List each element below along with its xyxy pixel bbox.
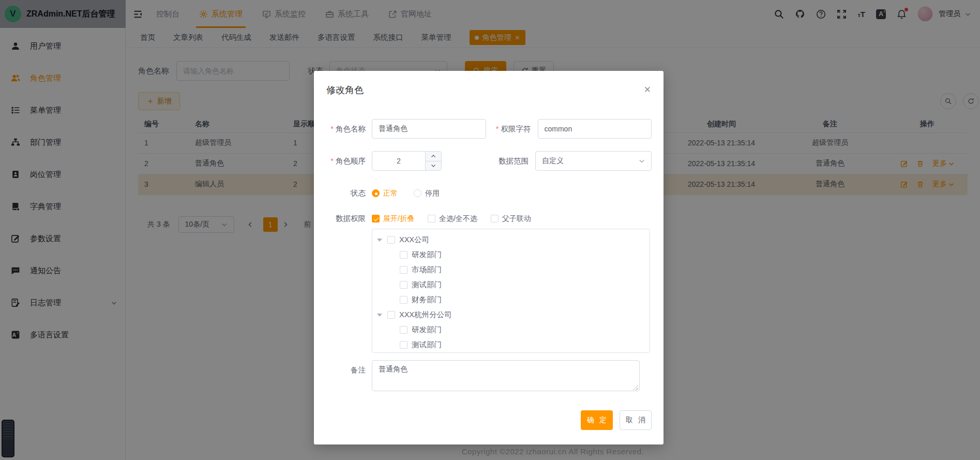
role-key-label: 权限字符 <box>486 124 531 134</box>
role-order-label: 角色顺序 <box>314 156 366 166</box>
tree-node-child[interactable]: 财务部门 <box>372 292 650 307</box>
select-all-checkbox[interactable]: 全选/全不选 <box>428 214 477 224</box>
increase-order-icon[interactable] <box>426 152 441 161</box>
status-disabled-label: 停用 <box>425 189 440 198</box>
tree-node-label: 测试部门 <box>412 340 442 350</box>
role-name-label: 角色名称 <box>314 124 366 134</box>
data-scope-select[interactable]: 自定义 <box>535 151 652 171</box>
role-name-input[interactable] <box>372 119 486 139</box>
dialog-title: 修改角色 <box>326 84 364 96</box>
form-row-name-key: 角色名称 权限字符 <box>314 119 664 139</box>
department-tree: XXX公司 研发部门 市场部门 测试部门 财务部门 <box>372 229 650 353</box>
tree-node-checkbox[interactable] <box>400 341 408 349</box>
tree-node-checkbox[interactable] <box>400 266 408 274</box>
data-permission-label: 数据权限 <box>314 214 366 224</box>
checkbox-unchecked-icon <box>428 215 435 222</box>
tree-node-child[interactable]: 市场部门 <box>372 262 650 277</box>
form-row-remark: 备注 普通角色 <box>314 360 664 393</box>
tree-node-label: 测试部门 <box>412 280 442 290</box>
form-row-status: 状态 正常 停用 <box>314 188 664 198</box>
tree-node-checkbox[interactable] <box>400 281 408 289</box>
remark-label: 备注 <box>314 365 366 375</box>
tree-node-checkbox[interactable] <box>400 326 408 334</box>
parent-child-link-checkbox[interactable]: 父子联动 <box>491 214 531 224</box>
tree-node-label: 财务部门 <box>412 295 442 305</box>
tree-node-label: 市场部门 <box>412 265 442 275</box>
tree-node-child[interactable]: 测试部门 <box>372 277 650 292</box>
radio-unselected-icon <box>414 189 421 197</box>
tree-node-label: XXX杭州分公司 <box>399 310 452 320</box>
checkbox-unchecked-icon <box>491 215 499 222</box>
dialog-footer: 确 定 取 消 <box>581 410 652 430</box>
tree-node-label: 研发部门 <box>412 250 442 260</box>
form-row-order-scope: 角色顺序 2 数据范围 自定义 <box>314 151 664 171</box>
chevron-down-icon <box>639 158 645 164</box>
decrease-order-icon[interactable] <box>426 161 441 171</box>
select-all-label: 全选/全不选 <box>439 214 477 224</box>
expand-collapse-label: 展开/折叠 <box>383 214 414 224</box>
tree-node-checkbox[interactable] <box>387 236 395 244</box>
expand-collapse-checkbox[interactable]: 展开/折叠 <box>372 214 414 224</box>
tree-node-child[interactable]: 研发部门 <box>372 322 650 337</box>
tree-node-child[interactable]: 测试部门 <box>372 337 650 352</box>
edit-role-dialog: 修改角色 ✕ 角色名称 权限字符 角色顺序 2 数据范围 <box>314 71 664 444</box>
parent-child-link-label: 父子联动 <box>502 214 531 224</box>
data-scope-value: 自定义 <box>542 156 639 166</box>
tree-node-parent[interactable]: XXX公司 <box>372 232 650 247</box>
role-order-value: 2 <box>372 152 425 170</box>
status-normal-label: 正常 <box>383 189 398 198</box>
tree-node-checkbox[interactable] <box>400 251 408 259</box>
tree-node-checkbox[interactable] <box>387 311 395 319</box>
tree-node-child[interactable]: 研发部门 <box>372 247 650 262</box>
data-scope-label: 数据范围 <box>483 156 529 166</box>
confirm-button[interactable]: 确 定 <box>581 410 613 430</box>
status-radio-disabled[interactable]: 停用 <box>414 189 440 198</box>
role-key-input[interactable] <box>538 119 652 139</box>
status-radio-normal[interactable]: 正常 <box>372 189 398 198</box>
remark-textarea[interactable]: 普通角色 <box>372 360 640 391</box>
form-row-tree: XXX公司 研发部门 市场部门 测试部门 财务部门 <box>314 229 664 353</box>
tree-node-parent[interactable]: XXX杭州分公司 <box>372 307 650 322</box>
status-radio-group: 正常 停用 <box>372 189 440 198</box>
tree-node-checkbox[interactable] <box>400 296 408 304</box>
radio-selected-icon <box>372 189 380 197</box>
role-order-stepper[interactable]: 2 <box>372 151 442 171</box>
tree-node-label: 研发部门 <box>412 325 442 335</box>
form-row-data-permission: 数据权限 展开/折叠 全选/全不选 父子联动 <box>314 214 664 224</box>
checkbox-checked-icon <box>372 215 380 222</box>
tree-expand-caret-icon[interactable] <box>377 239 382 242</box>
cancel-button[interactable]: 取 消 <box>620 410 652 430</box>
dialog-body: 角色名称 权限字符 角色顺序 2 数据范围 自定义 <box>314 119 664 405</box>
tree-expand-caret-icon[interactable] <box>377 314 382 317</box>
data-permission-checkboxes: 展开/折叠 全选/全不选 父子联动 <box>372 214 531 224</box>
tree-node-label: XXX公司 <box>399 235 429 245</box>
status-label: 状态 <box>314 188 366 198</box>
close-dialog-icon[interactable]: ✕ <box>644 85 651 94</box>
